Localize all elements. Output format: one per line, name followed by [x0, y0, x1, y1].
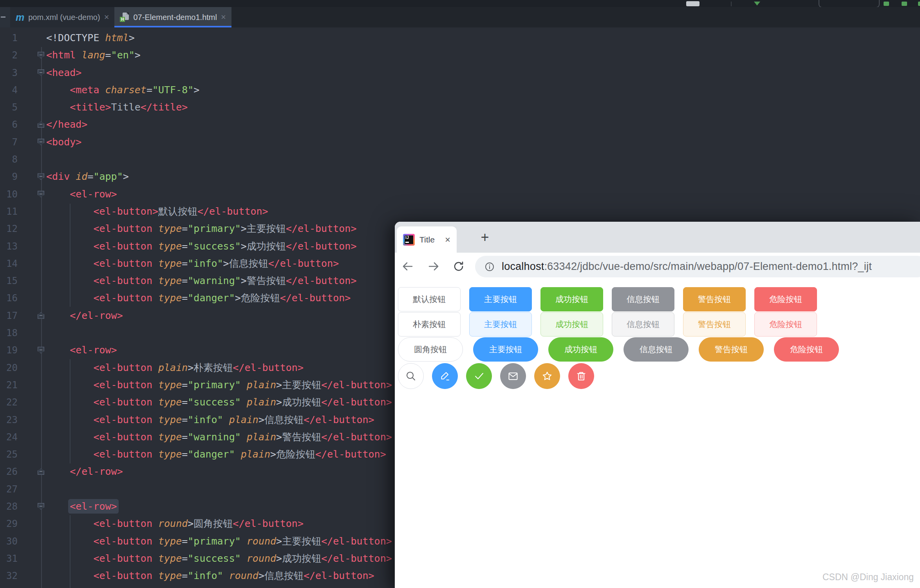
code-line: 1<!DOCTYPE html> [0, 29, 920, 47]
code-text: <div id="app"> [45, 168, 129, 185]
el-button[interactable]: 默认按钮 [398, 287, 461, 311]
run-config-selector[interactable] [819, 0, 880, 8]
el-button-delete-icon[interactable] [568, 363, 594, 389]
browser-tab-strip: IJ Title × + [395, 222, 920, 253]
dropdown-arrow-icon[interactable] [754, 2, 760, 5]
el-button[interactable]: 主要按钮 [469, 287, 532, 311]
el-button[interactable]: 朴素按钮 [398, 312, 461, 337]
el-button[interactable]: 信息按钮 [612, 287, 674, 311]
fold-end-icon[interactable]: − [38, 468, 44, 475]
fold-start-icon[interactable]: − [38, 347, 44, 353]
message-icon [507, 370, 519, 382]
back-icon[interactable] [401, 260, 414, 273]
gutter-fold-cell [18, 255, 45, 272]
hamburger-icon[interactable] [686, 1, 699, 6]
gutter-fold-cell: − [18, 463, 45, 480]
fold-start-icon[interactable]: − [38, 139, 44, 145]
close-icon[interactable]: × [445, 234, 450, 245]
gutter-fold-cell [18, 550, 45, 567]
line-number: 7 [0, 134, 18, 151]
code-line: 4 <meta charset="UTF-8"> [0, 81, 920, 99]
gutter-fold-cell: − [18, 168, 45, 185]
search-icon [405, 370, 417, 382]
button-row-normal: 默认按钮主要按钮成功按钮信息按钮警告按钮危险按钮 [398, 287, 839, 311]
el-button[interactable]: 主要按钮 [469, 312, 532, 337]
gutter-fold-cell: − [18, 47, 45, 64]
line-number: 19 [0, 342, 18, 359]
el-button-star-icon[interactable] [534, 363, 560, 389]
reload-icon[interactable] [452, 260, 465, 273]
code-text: </el-row> [45, 463, 123, 480]
browser-tab-title[interactable]: IJ Title × [397, 226, 457, 253]
gutter-fold-cell [18, 99, 45, 116]
code-line: 3−<head> [0, 64, 920, 81]
code-line: 9−<div id="app"> [0, 168, 920, 185]
tab-label: 07-Element-demo1.html [133, 13, 217, 22]
el-button[interactable]: 警告按钮 [683, 312, 746, 337]
browser-toolbar: localhost:63342/jdbc/vue-demo/src/main/w… [395, 253, 920, 281]
el-button[interactable]: 成功按钮 [540, 312, 603, 337]
fold-start-icon[interactable]: − [38, 191, 44, 197]
el-button-check-icon[interactable] [466, 363, 492, 389]
gutter-fold-cell [18, 359, 45, 376]
gutter-fold-cell [18, 238, 45, 255]
fold-end-icon[interactable]: − [38, 121, 44, 128]
close-icon[interactable]: × [104, 13, 109, 22]
code-text: <head> [45, 64, 81, 81]
url-bar[interactable]: localhost:63342/jdbc/vue-demo/src/main/w… [475, 256, 920, 277]
fold-start-icon[interactable]: − [38, 52, 44, 58]
el-button-search-icon[interactable] [398, 363, 424, 389]
el-button[interactable]: 信息按钮 [612, 312, 674, 337]
el-button[interactable]: 警告按钮 [699, 337, 764, 362]
el-button[interactable]: 危险按钮 [774, 337, 839, 362]
tab-pom-xml[interactable]: m pom.xml (vue-demo) × [10, 7, 114, 27]
tab-element-demo1[interactable]: H 07-Element-demo1.html × [114, 7, 231, 27]
page-info-icon[interactable] [484, 262, 495, 272]
code-text: <el-button type="danger" plain>危险按钮</el-… [45, 446, 386, 463]
run-icon[interactable] [884, 2, 889, 6]
fold-end-icon[interactable]: − [38, 312, 44, 319]
fold-start-icon[interactable]: − [38, 503, 44, 510]
code-line: 10− <el-row> [0, 186, 920, 203]
profile-icon[interactable] [918, 2, 920, 6]
gutter-fold-cell [18, 481, 45, 498]
code-text: <el-button type="info">信息按钮</el-button> [45, 255, 339, 272]
gutter-fold-cell [18, 151, 45, 168]
line-number: 1 [0, 29, 18, 47]
el-button[interactable]: 信息按钮 [624, 337, 689, 362]
forward-icon[interactable] [427, 260, 440, 273]
fold-start-icon[interactable]: − [38, 173, 44, 180]
line-number: 18 [0, 324, 18, 342]
line-number: 8 [0, 151, 18, 168]
debug-icon[interactable] [902, 2, 907, 6]
line-number: 25 [0, 446, 18, 463]
close-icon[interactable]: × [221, 13, 226, 22]
line-number: 31 [0, 550, 18, 567]
gutter-fold-cell [18, 29, 45, 47]
line-number: 29 [0, 515, 18, 532]
code-text: <el-button type="primary" round>主要按钮</el… [45, 533, 392, 550]
el-button[interactable]: 主要按钮 [473, 337, 538, 362]
el-button-message-icon[interactable] [500, 363, 526, 389]
el-button[interactable]: 危险按钮 [754, 287, 817, 311]
gutter-fold-cell [18, 324, 45, 342]
button-row-plain: 朴素按钮主要按钮成功按钮信息按钮警告按钮危险按钮 [398, 312, 839, 337]
line-number: 15 [0, 272, 18, 289]
line-number: 4 [0, 81, 18, 99]
el-button[interactable]: 圆角按钮 [398, 337, 463, 362]
screenshot-root: m pom.xml (vue-demo) × H 07-Element-demo… [0, 0, 920, 588]
el-button-edit-icon[interactable] [432, 363, 458, 389]
gutter-fold-cell [18, 567, 45, 584]
gutter-fold-cell: − [18, 134, 45, 151]
el-button[interactable]: 成功按钮 [540, 287, 603, 311]
el-button[interactable]: 危险按钮 [754, 312, 817, 337]
intellij-favicon: IJ [403, 234, 415, 246]
code-text: </el-row> [45, 307, 123, 324]
url-text[interactable]: localhost:63342/jdbc/vue-demo/src/main/w… [502, 261, 872, 273]
code-text: <el-button type="primary" plain>主要按钮</el… [45, 376, 392, 394]
line-number: 5 [0, 99, 18, 116]
new-tab-button[interactable]: + [478, 230, 492, 244]
fold-start-icon[interactable]: − [38, 69, 44, 76]
el-button[interactable]: 警告按钮 [683, 287, 746, 311]
el-button[interactable]: 成功按钮 [548, 337, 613, 362]
